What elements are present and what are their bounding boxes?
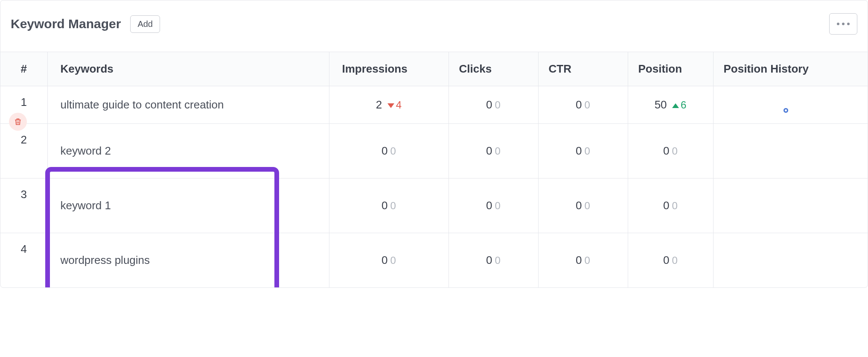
position-value: 0 <box>663 144 669 157</box>
more-options-button[interactable] <box>829 13 857 35</box>
clicks-value: 0 <box>486 144 492 157</box>
table-header-row: # Keywords Impressions Clicks CTR Positi… <box>0 52 868 86</box>
row-number-cell: 1 <box>0 86 47 124</box>
ctr-value: 0 <box>576 254 582 266</box>
keyword-cell: keyword 2 <box>47 124 329 178</box>
ctr-sub: 0 <box>585 145 590 157</box>
impressions-cell: 2 4 <box>329 86 449 124</box>
col-header-position-history[interactable]: Position History <box>713 52 868 86</box>
row-number: 3 <box>21 188 27 201</box>
clicks-sub: 0 <box>495 99 501 111</box>
col-header-clicks[interactable]: Clicks <box>449 52 538 86</box>
impressions-value: 2 <box>376 98 382 111</box>
row-number: 4 <box>21 243 27 255</box>
keyword-cell: ultimate guide to content creation <box>47 86 329 124</box>
panel-title: Keyword Manager <box>11 17 121 31</box>
col-header-number[interactable]: # <box>0 52 47 86</box>
col-header-impressions[interactable]: Impressions <box>329 52 449 86</box>
clicks-sub: 0 <box>495 200 501 211</box>
impressions-delta: 4 <box>387 99 402 111</box>
ellipsis-icon <box>842 23 845 25</box>
position-sub: 0 <box>672 255 678 266</box>
position-value: 0 <box>663 254 669 266</box>
impressions-value: 0 <box>382 199 387 212</box>
impressions-cell: 00 <box>329 233 449 288</box>
ellipsis-icon <box>837 23 839 25</box>
clicks-sub: 0 <box>495 255 501 266</box>
panel-header: Keyword Manager Add <box>0 0 868 52</box>
clicks-cell: 00 <box>449 178 538 233</box>
triangle-up-icon <box>672 103 679 108</box>
ctr-sub: 0 <box>585 200 590 211</box>
impressions-cell: 00 <box>329 178 449 233</box>
position-sub: 0 <box>672 145 678 157</box>
row-number-cell: 2 <box>0 124 47 178</box>
keywords-table: # Keywords Impressions Clicks CTR Positi… <box>0 52 868 287</box>
ctr-value: 0 <box>576 199 582 212</box>
keyword-manager-panel: Keyword Manager Add # Keywords Impressio… <box>0 0 868 288</box>
clicks-cell: 00 <box>449 86 538 124</box>
impressions-sub: 0 <box>390 145 396 157</box>
row-number: 2 <box>21 133 27 146</box>
keyword-cell: keyword 1 <box>47 178 329 233</box>
position-cell: 00 <box>628 124 713 178</box>
impressions-value: 0 <box>382 144 387 157</box>
impressions-value: 0 <box>382 254 387 266</box>
clicks-value: 0 <box>486 199 492 212</box>
row-number-cell: 3 <box>0 178 47 233</box>
ellipsis-icon <box>847 23 850 25</box>
ctr-cell: 00 <box>538 124 628 178</box>
position-cell: 50 6 <box>628 86 713 124</box>
position-cell: 00 <box>628 178 713 233</box>
position-history-cell <box>713 178 868 233</box>
delete-row-button[interactable] <box>9 113 27 131</box>
clicks-cell: 00 <box>449 233 538 288</box>
table-row[interactable]: 4 wordpress plugins 00 00 00 00 <box>0 233 868 288</box>
clicks-value: 0 <box>486 254 492 266</box>
ctr-cell: 00 <box>538 233 628 288</box>
impressions-sub: 0 <box>390 255 396 266</box>
impressions-cell: 00 <box>329 124 449 178</box>
ctr-sub: 0 <box>585 99 590 111</box>
clicks-cell: 00 <box>449 124 538 178</box>
col-header-ctr[interactable]: CTR <box>538 52 628 86</box>
ctr-cell: 00 <box>538 86 628 124</box>
add-button[interactable]: Add <box>130 15 160 33</box>
ctr-cell: 00 <box>538 178 628 233</box>
position-value: 50 <box>655 98 667 111</box>
table-row[interactable]: 2 keyword 2 00 00 00 00 <box>0 124 868 178</box>
table-row[interactable]: 1 ultimate guide to content creation 2 4… <box>0 86 868 124</box>
triangle-down-icon <box>387 103 394 108</box>
keyword-cell: wordpress plugins <box>47 233 329 288</box>
col-header-position[interactable]: Position <box>628 52 713 86</box>
position-cell: 00 <box>628 233 713 288</box>
ctr-value: 0 <box>576 98 582 111</box>
position-history-cell <box>713 124 868 178</box>
history-point-icon <box>784 108 788 113</box>
position-sub: 0 <box>672 200 678 211</box>
clicks-sub: 0 <box>495 145 501 157</box>
row-number: 1 <box>21 96 27 108</box>
position-history-cell <box>713 86 868 124</box>
table-row[interactable]: 3 keyword 1 00 00 00 00 <box>0 178 868 233</box>
position-delta: 6 <box>672 99 686 111</box>
ctr-sub: 0 <box>585 255 590 266</box>
impressions-sub: 0 <box>390 200 396 211</box>
header-left: Keyword Manager Add <box>11 15 160 33</box>
clicks-value: 0 <box>486 98 492 111</box>
position-value: 0 <box>663 199 669 212</box>
trash-icon <box>14 117 22 126</box>
col-header-keywords[interactable]: Keywords <box>47 52 329 86</box>
position-history-cell <box>713 233 868 288</box>
ctr-value: 0 <box>576 144 582 157</box>
row-number-cell: 4 <box>0 233 47 288</box>
